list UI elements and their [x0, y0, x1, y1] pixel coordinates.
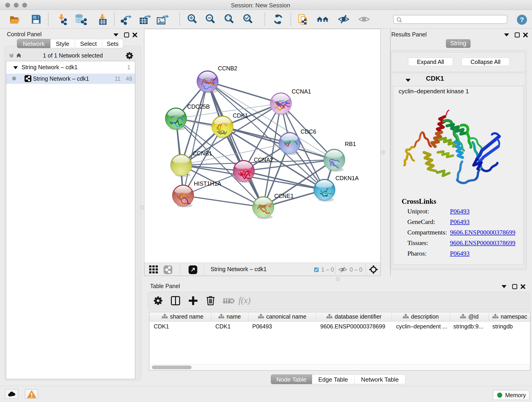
- svg-text:CDC25B: CDC25B: [187, 103, 210, 110]
- svg-text:?: ?: [520, 16, 524, 23]
- svg-text:CDKN1A: CDKN1A: [336, 175, 359, 181]
- svg-text:CCNA1: CCNA1: [292, 88, 311, 95]
- svg-text:RB1: RB1: [345, 141, 356, 147]
- svg-text:CCNB2: CCNB2: [218, 65, 237, 71]
- svg-text:CCNA2: CCNA2: [254, 157, 273, 163]
- svg-text:CDC6: CDC6: [301, 128, 316, 135]
- svg-text:HIST1H1A: HIST1H1A: [194, 180, 221, 187]
- svg-text:CDK1: CDK1: [233, 112, 248, 119]
- svg-text:CCNB1: CCNB1: [193, 150, 212, 157]
- svg-text:CCNE1: CCNE1: [274, 193, 294, 199]
